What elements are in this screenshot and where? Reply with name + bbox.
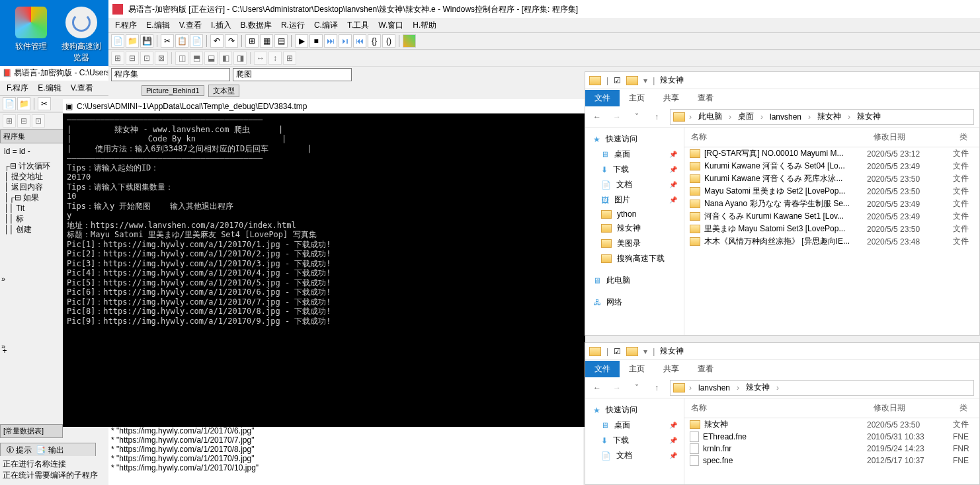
menu-program[interactable]: F.程序 (111, 19, 141, 32)
quick-access[interactable]: ★ 快速访问 (585, 402, 684, 418)
tb-btn[interactable]: ▦ (260, 34, 273, 48)
col-date[interactable]: 修改日期 (867, 401, 953, 415)
nav-pane[interactable]: ★ 快速访问 🖥桌面📌 ⬇下载📌 📄文档📌 🖼图片📌 ython 辣女神 美图录… (585, 128, 684, 335)
qat-check-icon[interactable]: ☑ (614, 347, 621, 356)
menu-item[interactable]: E.编辑 (34, 81, 65, 95)
list-item[interactable]: 里美まゆ Mayu Satomi Set3 [LovePop...2020/5/… (684, 223, 979, 235)
menu-item[interactable]: F.程序 (3, 81, 32, 95)
tab-home[interactable]: 主页 (620, 90, 654, 106)
menu-help[interactable]: H.帮助 (409, 19, 440, 32)
tb-redo[interactable]: ↷ (225, 34, 238, 48)
tb-btn[interactable]: () (382, 34, 395, 48)
breadcrumb[interactable]: ›此电脑 ›桌面 ›lanvshen ›辣女神 ›辣女神 (670, 109, 974, 125)
up-button[interactable]: ↑ (650, 381, 663, 394)
tb-undo[interactable]: ↶ (210, 34, 224, 48)
sb-pictures[interactable]: 🖼图片📌 (585, 192, 684, 207)
tab-view[interactable]: 查看 (688, 361, 723, 377)
sb-downloads[interactable]: ⬇下载📌 (585, 433, 684, 448)
toolbar-button[interactable]: 📁 (17, 97, 30, 110)
explorer-titlebar[interactable]: | ☑ ▾ | 辣女神 (585, 72, 979, 89)
sb-folder[interactable]: 美图录 (585, 236, 684, 251)
sb-downloads[interactable]: ⬇下载📌 (585, 162, 684, 177)
list-item[interactable]: krnln.fnr2019/5/24 14:23FNR (684, 443, 979, 455)
breadcrumb[interactable]: ›lanvshen ›辣女神 › (670, 380, 974, 396)
menu-view[interactable]: V.查看 (175, 19, 206, 32)
col-name[interactable]: 名称 (684, 401, 867, 415)
list-item[interactable]: Kurumi Kawane 河音くるみ 死库水泳...2020/5/5 23:5… (684, 172, 979, 185)
list-item[interactable]: 河音くるみ Kurumi Kawane Set1 [Lov...2020/5/5… (684, 210, 979, 223)
tb-btn[interactable]: {} (368, 34, 381, 48)
title-bar[interactable]: 易语言-加密狗版 [正在运行] - C:\Users\Administrator… (108, 1, 980, 18)
nav-pane[interactable]: ★ 快速访问 🖥桌面📌 ⬇下载📌 📄文档📌 (585, 398, 684, 484)
tb-new[interactable]: 📄 (111, 34, 124, 48)
desktop-icon[interactable]: 软件管理 (8, 7, 54, 52)
up-button[interactable]: ↑ (650, 110, 663, 124)
console-output[interactable]: ————————————————————————————————————————… (63, 114, 585, 327)
module-selector[interactable]: 程序集 (111, 68, 230, 81)
menu-bar[interactable]: F.程序 E.编辑 V.查看 (0, 81, 109, 95)
tb-btn[interactable]: ▤ (274, 34, 288, 48)
network[interactable]: 🖧 网络 (585, 295, 684, 310)
qat-check-icon[interactable]: ☑ (614, 76, 621, 85)
explorer-titlebar[interactable]: | ☑ ▾ | 辣女神 (585, 343, 979, 360)
forward-button[interactable]: → (610, 110, 624, 124)
file-list[interactable]: 名称 修改日期 类 [RQ-STAR写真] NO.00010 Mayumi M.… (684, 128, 979, 335)
this-pc[interactable]: 🖥 此电脑 (585, 273, 684, 288)
tab-home[interactable]: 主页 (620, 361, 654, 377)
tb-step[interactable]: ⏯ (339, 34, 352, 48)
col-type[interactable]: 类 (953, 401, 979, 415)
menu-insert[interactable]: I.插入 (207, 19, 235, 32)
sb-desktop[interactable]: 🖥桌面📌 (585, 418, 684, 433)
tb-cut[interactable]: ✂ (161, 34, 174, 48)
list-item[interactable]: Nana Ayano 彩乃なな 青春学生制服 Se...2020/5/5 23:… (684, 198, 979, 210)
list-item[interactable]: Kurumi Kawane 河音くるみ Set04 [Lo...2020/5/5… (684, 160, 979, 172)
toolbar-button[interactable]: ✂ (38, 97, 51, 110)
forward-button[interactable]: → (610, 381, 624, 394)
console-title-bar[interactable]: ▣ C:\Users\ADMINI~1\AppData\Local\Temp\e… (63, 99, 585, 114)
list-item[interactable]: 木木《风情万种肉丝凉拖》 [异思趣向IE...2020/5/5 23:48文件 (684, 235, 979, 248)
menu-tools[interactable]: T.工具 (343, 19, 373, 32)
sb-folder[interactable]: ython (585, 207, 684, 221)
history-dropdown[interactable]: ˅ (630, 381, 643, 394)
tab-view[interactable]: 查看 (688, 90, 723, 106)
tab-share[interactable]: 共享 (654, 361, 688, 377)
sb-documents[interactable]: 📄文档📌 (585, 448, 684, 463)
tab-file[interactable]: 文件 (585, 361, 620, 377)
sb-folder[interactable]: 辣女神 (585, 221, 684, 236)
col-name[interactable]: 名称 (684, 130, 867, 144)
tab-file[interactable]: 文件 (585, 90, 620, 106)
desktop-icon[interactable]: 搜狗高速浏览器 (58, 7, 104, 63)
tb-paste[interactable]: 📄 (190, 34, 203, 48)
tab-share[interactable]: 共享 (654, 90, 688, 106)
list-item[interactable]: spec.fne2012/5/17 10:37FNE (684, 455, 979, 466)
file-list[interactable]: 名称 修改日期 类 辣女神2020/5/5 23:50文件EThread.fne… (684, 398, 979, 484)
sb-folder[interactable]: 搜狗高速下载 (585, 251, 684, 266)
console-window[interactable]: ▣ C:\Users\ADMINI~1\AppData\Local\Temp\e… (63, 99, 585, 427)
col-headers[interactable]: 名称 修改日期 类 (684, 398, 979, 418)
list-item[interactable]: Mayu Satomi 里美まゆ Set2 [LovePop...2020/5/… (684, 185, 979, 198)
tb-btn[interactable]: ⊞ (245, 34, 259, 48)
function-selector[interactable]: 爬图 (233, 68, 352, 81)
qat-dropdown[interactable]: ▾ (643, 347, 647, 356)
toolbar-button[interactable]: 📄 (3, 97, 16, 110)
col-date[interactable]: 修改日期 (867, 130, 953, 144)
menu-edit[interactable]: E.编辑 (142, 19, 173, 32)
back-button[interactable]: ← (591, 110, 604, 124)
list-item[interactable]: EThread.fne2010/5/31 10:33FNE (684, 431, 979, 443)
output-panel[interactable]: * "https://img.hywly.com/a/1/20170/6.jpg… (108, 423, 583, 485)
tb-copy[interactable]: 📋 (175, 34, 188, 48)
tb-open[interactable]: 📁 (126, 34, 139, 48)
tb-save[interactable]: 💾 (140, 34, 153, 48)
quick-access[interactable]: ★ 快速访问 (585, 131, 684, 147)
sb-documents[interactable]: 📄文档📌 (585, 177, 684, 192)
tb-step[interactable]: ⏮ (353, 34, 366, 48)
col-type[interactable]: 类 (953, 130, 979, 144)
menu-database[interactable]: B.数据库 (237, 19, 276, 32)
history-dropdown[interactable]: ˅ (630, 110, 643, 124)
menu-run[interactable]: R.运行 (277, 19, 309, 32)
col-headers[interactable]: 名称 修改日期 类 (684, 128, 979, 147)
list-item[interactable]: [RQ-STAR写真] NO.00010 Mayumi M...2020/5/5… (684, 147, 979, 160)
back-button[interactable]: ← (591, 381, 604, 394)
menu-window[interactable]: W.窗口 (374, 19, 407, 32)
menu-item[interactable]: V.查看 (67, 81, 97, 95)
